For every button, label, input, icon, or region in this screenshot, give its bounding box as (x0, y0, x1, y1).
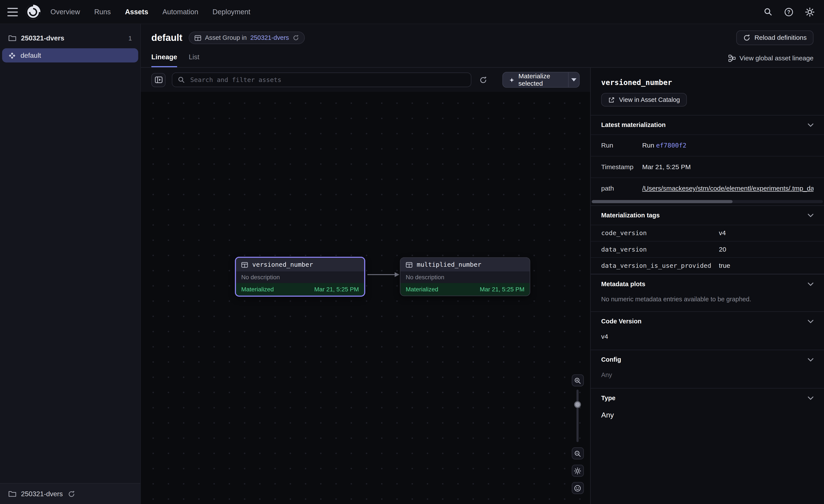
run-label: Run (601, 142, 642, 149)
help-icon[interactable]: ? (782, 5, 796, 19)
gear-icon[interactable] (803, 5, 817, 19)
section-metadata-plots: Metadata plots No numeric metadata entri… (591, 274, 824, 311)
row-timestamp: Timestamp Mar 21, 5:25 PM (591, 156, 824, 177)
materialization-tags-table: code_version v4 data_version 20 data_ver… (591, 225, 824, 274)
path-value-link[interactable]: /Users/smackesey/stm/code/elementl/exper… (642, 185, 813, 192)
metadata-plots-empty-text: No numeric metadata entries available to… (591, 293, 824, 311)
view-in-asset-catalog-button[interactable]: View in Asset Catalog (601, 93, 687, 107)
search-icon[interactable] (761, 5, 775, 19)
config-value: Any (591, 369, 824, 388)
chevron-down-icon (808, 282, 814, 286)
feedback-button[interactable] (572, 482, 584, 494)
asset-node-status: Materialized (241, 286, 274, 292)
sparkle-icon (509, 76, 514, 83)
zoom-in-icon (574, 377, 581, 384)
table-row: data_version 20 (591, 241, 824, 257)
tab-lineage[interactable]: Lineage (151, 53, 177, 67)
nav-item-automation[interactable]: Automation (163, 8, 198, 16)
graph-settings-button[interactable] (572, 465, 584, 477)
face-icon (574, 484, 581, 492)
view-global-asset-lineage-link[interactable]: View global asset lineage (728, 54, 814, 67)
nav-item-deployment[interactable]: Deployment (213, 8, 250, 16)
main-content: default Asset Group in 250321-dvers (141, 24, 824, 504)
section-header-metadata-plots[interactable]: Metadata plots (591, 274, 824, 293)
view-in-asset-catalog-label: View in Asset Catalog (619, 96, 680, 103)
page-header: default Asset Group in 250321-dvers (141, 24, 824, 68)
asset-node-timestamp: Mar 21, 5:25 PM (480, 286, 524, 292)
zoom-slider-track (577, 390, 579, 442)
nav-item-assets[interactable]: Assets (125, 8, 148, 16)
chevron-down-icon (808, 214, 814, 217)
table-icon (241, 261, 248, 268)
asset-node-versioned-number[interactable]: versioned_number No description Material… (235, 257, 365, 296)
nav-actions: ? (761, 5, 817, 19)
materialize-dropdown-button[interactable] (569, 73, 579, 87)
reload-definitions-button[interactable]: Reload definitions (736, 30, 814, 45)
nav-item-runs[interactable]: Runs (94, 8, 111, 16)
horizontal-scrollbar-thumb[interactable] (592, 200, 733, 203)
asset-search-input[interactable] (189, 76, 466, 84)
materialize-selected-button[interactable]: Materialize selected (502, 72, 580, 88)
section-header-type[interactable]: Type (591, 388, 824, 407)
section-header-latest-materialization[interactable]: Latest materialization (591, 116, 824, 134)
chevron-down-icon (808, 358, 814, 361)
section-header-config[interactable]: Config (591, 350, 824, 369)
refresh-icon[interactable] (68, 490, 75, 498)
svg-text:?: ? (787, 9, 790, 15)
asset-node-description: No description (236, 271, 364, 283)
collapse-panel-button[interactable] (151, 73, 166, 87)
reload-icon (743, 34, 750, 41)
dagster-logo-icon[interactable] (25, 4, 41, 20)
badge-group-link[interactable]: 250321-dvers (250, 34, 289, 41)
table-row: code_version v4 (591, 225, 824, 241)
zoom-slider[interactable] (572, 390, 584, 442)
search-icon (178, 76, 185, 84)
timestamp-value: Mar 21, 5:25 PM (642, 163, 691, 171)
lineage-canvas[interactable]: versioned_number No description Material… (141, 92, 590, 504)
sidebar-footer[interactable]: 250321-dvers (0, 483, 140, 504)
horizontal-scrollbar[interactable] (592, 200, 823, 203)
top-nav: Overview Runs Assets Automation Deployme… (0, 0, 824, 24)
table-icon (194, 34, 201, 41)
section-materialization-tags: Materialization tags code_version v4 dat… (591, 205, 824, 274)
zoom-slider-thumb[interactable] (574, 401, 581, 408)
lineage-graph-area: Materialize selected (141, 68, 590, 504)
primary-nav: Overview Runs Assets Automation Deployme… (50, 8, 250, 16)
section-header-materialization-tags[interactable]: Materialization tags (591, 206, 824, 225)
nav-item-overview[interactable]: Overview (50, 8, 80, 16)
run-value-prefix: Run (642, 142, 654, 149)
refresh-icon (479, 76, 487, 84)
sidebar-group-label: 250321-dvers (21, 34, 64, 42)
section-header-code-version[interactable]: Code Version (591, 312, 824, 331)
section-title: Metadata plots (601, 280, 645, 288)
zoom-out-icon (574, 450, 581, 457)
row-run: Run Run ef7800f2 (591, 134, 824, 156)
asset-detail-panel: versioned_number View in Asset Catalog L… (590, 68, 824, 504)
sidebar-group-row[interactable]: 250321-dvers 1 (0, 24, 140, 48)
refresh-icon[interactable] (293, 35, 299, 41)
gear-icon (574, 467, 581, 474)
panel-asset-title: versioned_number (591, 68, 824, 87)
zoom-in-button[interactable] (572, 374, 584, 387)
zoom-out-button[interactable] (572, 447, 584, 460)
path-label: path (601, 185, 642, 192)
asset-group-badge[interactable]: Asset Group in 250321-dvers (189, 31, 305, 44)
section-code-version: Code Version v4 (591, 311, 824, 350)
lineage-graph-icon (728, 54, 736, 62)
graph-toolbar: Materialize selected (141, 68, 590, 92)
chevron-down-icon (808, 123, 814, 127)
tag-key: code_version (601, 230, 719, 237)
sidebar-item-default[interactable]: default (2, 48, 138, 62)
asset-node-timestamp: Mar 21, 5:25 PM (314, 286, 359, 292)
tag-value: 20 (719, 246, 726, 253)
code-version-value: v4 (591, 331, 824, 350)
tab-list[interactable]: List (189, 53, 199, 67)
hamburger-menu-icon[interactable] (7, 8, 18, 16)
section-title: Config (601, 356, 621, 363)
run-id-link[interactable]: ef7800f2 (656, 142, 686, 149)
section-config: Config Any (591, 350, 824, 388)
refresh-graph-button[interactable] (478, 73, 489, 87)
table-row: data_version_is_user_provided true (591, 257, 824, 273)
asset-node-name: versioned_number (252, 261, 313, 268)
asset-node-multiplied-number[interactable]: multiplied_number No description Materia… (400, 257, 530, 296)
